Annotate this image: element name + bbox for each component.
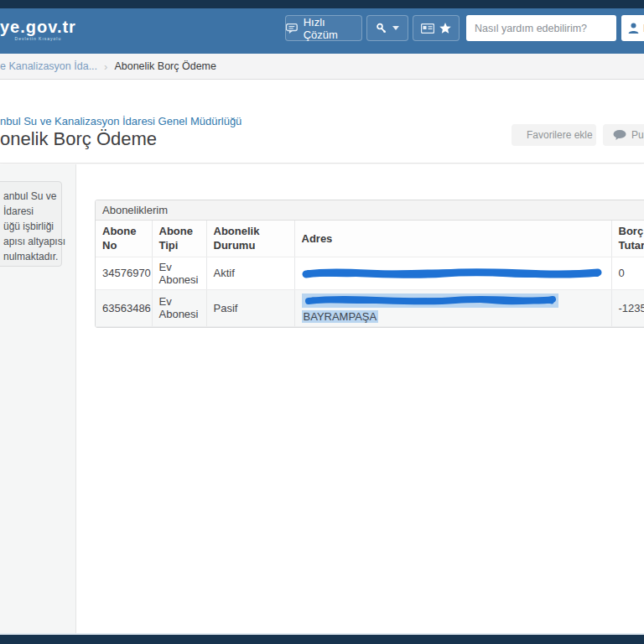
rate-label: Puan [631,129,644,141]
breadcrumb-separator-icon: › [104,60,107,73]
subscriptions-table: Abone No Abone Tipi Abonelik Durumu Adre… [96,221,644,327]
content-area: anbul Su ve İdaresi üğü işbirliği apısı … [0,164,644,635]
col-header-durum: Abonelik Durumu [206,221,294,257]
col-header-borc-tutari: Borç Tutarı [611,221,644,257]
cell-adres: BAYRAMPAŞA [294,289,611,327]
cell-borc: -1235, [611,289,644,327]
cell-adres [294,257,611,289]
cell-abone-tipi: Ev Abonesi [152,257,206,289]
service-info-line: apısı altyapısı [3,234,58,249]
quick-solution-button[interactable]: Hızlı Çözüm [285,15,362,41]
col-header-abone-tipi: Abone Tipi [152,221,206,257]
agency-link[interactable]: nbul Su ve Kanalizasyon İdaresi Genel Mü… [0,115,242,127]
redaction-scribble [304,294,556,307]
service-info-line: anbul Su ve [3,189,58,204]
breadcrumb: e Kanalizasyon İda... › Abonelik Borç Öd… [0,54,644,80]
table-header-row: Abone No Abone Tipi Abonelik Durumu Adre… [96,221,644,257]
site-logo[interactable]: ye.gov.tr Devletin Kısayolu [0,18,76,41]
add-to-favorites-button[interactable]: Favorilere ekle [512,124,596,146]
rate-button[interactable]: Puan [603,124,644,146]
id-card-icon [421,23,434,34]
site-header: ye.gov.tr Devletin Kısayolu Hızlı Çözüm [0,8,644,54]
cell-durum: Pasif [206,289,294,327]
site-logo-tagline: Devletin Kısayolu [0,37,76,41]
breadcrumb-current: Abonelik Borç Ödeme [114,60,216,72]
help-search[interactable] [466,15,616,41]
service-info-line: nulmaktadır. [3,249,58,264]
breadcrumb-parent-link[interactable]: e Kanalizasyon İda... [0,60,97,72]
service-info-box: anbul Su ve İdaresi üğü işbirliği apısı … [0,181,62,267]
quick-solution-label: Hızlı Çözüm [304,16,361,41]
table-row[interactable]: 63563486 Ev Abonesi Pasif [96,289,644,327]
service-info-line: üğü işbirliği [3,219,58,234]
help-search-input[interactable] [475,23,610,34]
comment-bubble-icon [613,130,626,141]
cell-borc: 0 [611,257,644,289]
service-info-line: İdaresi [3,204,58,219]
top-navy-strip [0,0,644,8]
user-icon [628,23,639,34]
add-to-favorites-label: Favorilere ekle [527,129,593,141]
subscriptions-panel: Aboneliklerim Abone No Abone Tipi Abonel… [95,200,644,328]
key-menu-button[interactable] [366,15,408,41]
redaction-scribble [302,267,602,280]
adres-visible-text: BAYRAMPAŞA [302,310,379,323]
cell-durum: Aktif [206,257,294,289]
selection-highlight [302,293,558,308]
col-header-abone-no: Abone No [96,221,152,257]
page: ye.gov.tr Devletin Kısayolu Hızlı Çözüm [0,0,644,644]
chevron-down-icon [392,26,399,30]
panel-title: Aboneliklerim [96,200,644,221]
favorites-star-icon [439,23,451,34]
col-header-adres: Adres [294,221,611,257]
page-title: onelik Borç Ödeme [0,128,157,150]
table-row[interactable]: 34576970 Ev Abonesi Aktif 0 [96,257,644,289]
cell-abone-no: 63563486 [96,289,152,327]
cell-abone-no: 34576970 [96,257,152,289]
site-logo-text: ye.gov.tr [0,18,76,36]
footer-strip [0,633,644,644]
key-icon [376,23,387,34]
card-star-buttons[interactable] [413,15,460,41]
account-button[interactable]: H [621,15,644,41]
title-section: nbul Su ve Kanalizasyon İdaresi Genel Mü… [0,80,644,164]
cell-abone-tipi: Ev Abonesi [152,289,206,327]
chat-bubble-icon [286,23,299,34]
